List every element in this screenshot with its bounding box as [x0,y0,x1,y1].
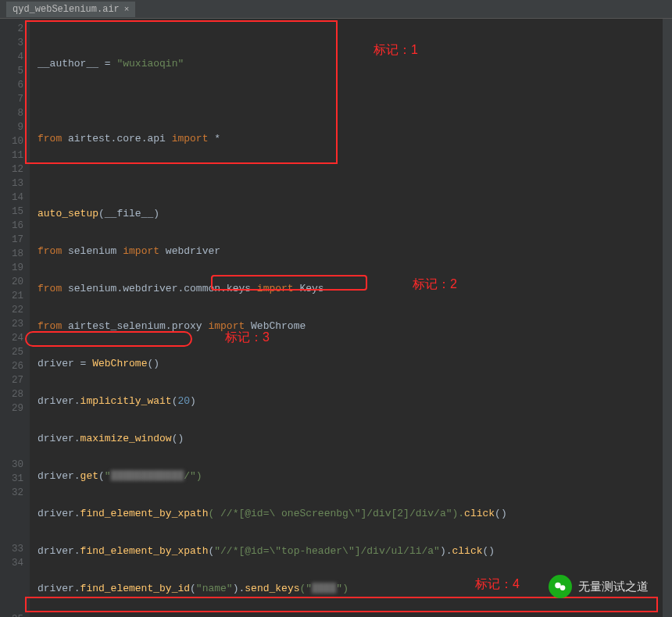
tab-name: qyd_webSelenium.air [13,4,120,15]
watermark: 无量测试之道 [549,575,649,598]
gutter: 2345678910111213141516171819202122232425… [0,19,30,617]
annotation-box-3 [25,331,192,347]
annotation-label-2: 标记：2 [413,276,457,293]
file-tab[interactable]: qyd_webSelenium.air × [6,2,135,17]
watermark-text: 无量测试之道 [578,580,649,594]
annotation-label-1: 标记：1 [374,42,418,59]
scrollbar[interactable] [663,19,672,617]
annotation-label-4: 标记：4 [475,576,520,593]
svg-point-0 [555,583,561,589]
tab-bar: qyd_webSelenium.air × [0,0,672,19]
wechat-icon [549,575,572,598]
annotation-box-4 [25,597,658,612]
code-area[interactable]: __author__ = "wuxiaoqin" from airtest.co… [30,19,672,617]
editor: 2345678910111213141516171819202122232425… [0,19,672,617]
close-icon[interactable]: × [124,5,130,14]
svg-point-1 [560,585,566,590]
annotation-label-3: 标记：3 [225,330,270,346]
